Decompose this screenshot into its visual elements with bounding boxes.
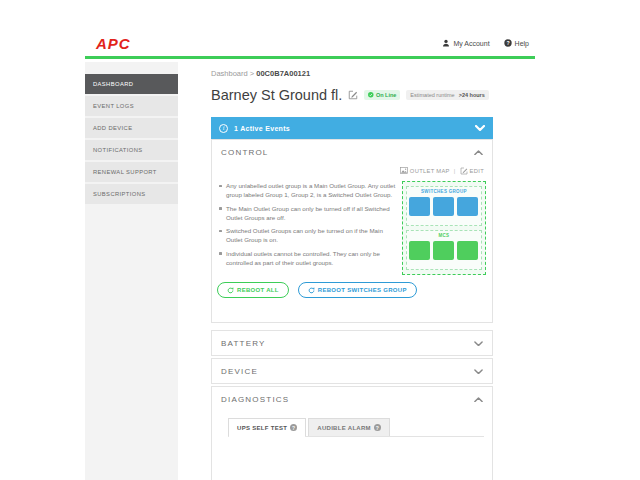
svg-text:?: ? <box>506 40 509 46</box>
diagnostics-tabs: UPS SELF TEST ? AUDIBLE ALARM ? <box>228 418 484 437</box>
battery-section-header[interactable]: BATTERY <box>212 331 492 356</box>
sidebar-item-dashboard[interactable]: DASHBOARD <box>85 74 178 94</box>
edit-title-button[interactable] <box>348 90 358 100</box>
tab-ups-self-test[interactable]: UPS SELF TEST ? <box>228 418 306 436</box>
header-actions: My Account ? Help <box>442 39 529 47</box>
chevron-down-icon[interactable] <box>474 341 483 347</box>
my-account-button[interactable]: My Account <box>442 39 489 47</box>
outlet <box>433 241 454 260</box>
refresh-icon <box>308 287 315 294</box>
breadcrumb-device-id: 00C0B7A00121 <box>256 69 310 78</box>
outlet-map-link[interactable]: OUTLET MAP <box>400 167 450 174</box>
chevron-up-icon[interactable] <box>474 397 483 403</box>
control-note: Any unlabelled outlet group is a Main Ou… <box>218 181 396 200</box>
outlet <box>457 241 478 260</box>
help-button[interactable]: ? Help <box>504 39 529 47</box>
tab-audible-alarm[interactable]: AUDIBLE ALARM ? <box>308 418 390 436</box>
diagnostics-section-title: DIAGNOSTICS <box>221 395 289 404</box>
outlet <box>433 197 454 216</box>
reboot-all-button[interactable]: REBOOT ALL <box>217 282 289 298</box>
help-label: Help <box>515 40 529 47</box>
outlet-map-link-label: OUTLET MAP <box>410 168 450 174</box>
page: APC My Account ? Help DASHBOARDEVENT LOG… <box>0 0 640 480</box>
user-icon <box>442 39 450 47</box>
battery-section-title: BATTERY <box>221 339 266 348</box>
control-section-header[interactable]: CONTROL <box>212 140 492 165</box>
status-label: On Line <box>376 92 396 98</box>
app-header: APC My Account ? Help <box>85 30 535 59</box>
help-icon: ? <box>504 39 512 47</box>
status-badge: On Line <box>364 90 400 100</box>
sidebar: DASHBOARDEVENT LOGSADD DEVICENOTIFICATIO… <box>85 62 178 480</box>
reboot-all-label: REBOOT ALL <box>237 287 279 293</box>
diagnostics-section: DIAGNOSTICS UPS SELF TEST ? AUDIBLE ALAR… <box>211 386 493 480</box>
help-circle-icon[interactable]: ? <box>374 424 381 431</box>
check-circle-icon <box>368 92 374 98</box>
apc-logo: APC <box>96 35 131 52</box>
control-section-title: CONTROL <box>221 148 269 157</box>
link-divider: | <box>454 168 456 174</box>
sidebar-item-subscriptions[interactable]: SUBSCRIPTIONS <box>85 184 178 204</box>
breadcrumb: Dashboard > 00C0B7A00121 <box>211 69 310 78</box>
outlet <box>409 197 430 216</box>
edit-outlet-link[interactable]: EDIT <box>460 167 484 175</box>
page-title: Barney St Ground fl. <box>211 87 342 103</box>
control-note: Individual outlets cannot be controlled.… <box>218 249 396 268</box>
control-notes-list: Any unlabelled outlet group is a Main Ou… <box>218 181 396 275</box>
device-section-title: DEVICE <box>221 367 258 376</box>
my-account-label: My Account <box>453 40 489 47</box>
outlet-map: SWITCHES GROUPMCS <box>402 181 486 275</box>
outlet-group-label: SWITCHES GROUP <box>407 189 481 194</box>
control-body: Any unlabelled outlet group is a Main Ou… <box>212 176 492 275</box>
pencil-square-icon <box>348 90 358 100</box>
help-circle-icon[interactable]: ? <box>290 424 297 431</box>
device-section: DEVICE <box>211 358 493 384</box>
runtime-value: >24 hours <box>459 92 485 98</box>
edit-link-label: EDIT <box>470 168 484 174</box>
active-events-text: 1 Active Events <box>234 125 290 132</box>
pencil-square-icon <box>460 167 468 175</box>
sidebar-items: DASHBOARDEVENT LOGSADD DEVICENOTIFICATIO… <box>85 74 178 204</box>
device-title-row: Barney St Ground fl. On Line Estimated r… <box>211 85 489 105</box>
outlet <box>457 197 478 216</box>
battery-section: BATTERY <box>211 330 493 356</box>
diagnostics-tab-content <box>212 437 492 477</box>
outlet-squares <box>407 241 481 260</box>
refresh-icon <box>227 287 234 294</box>
runtime-badge: Estimated runtime >24 hours <box>406 90 488 100</box>
device-section-header[interactable]: DEVICE <box>212 359 492 384</box>
outlet-group: SWITCHES GROUP <box>406 186 482 226</box>
control-buttons: REBOOT ALL REBOOT SWITCHES GROUP <box>212 275 492 298</box>
reboot-switches-group-button[interactable]: REBOOT SWITCHES GROUP <box>298 282 417 298</box>
control-note: The Main Outlet Group can only be turned… <box>218 204 396 223</box>
sidebar-item-add-device[interactable]: ADD DEVICE <box>85 118 178 138</box>
runtime-label: Estimated runtime <box>410 92 454 98</box>
chevron-down-icon[interactable] <box>475 125 485 131</box>
control-links: OUTLET MAP | EDIT <box>212 165 492 176</box>
breadcrumb-dashboard-link[interactable]: Dashboard <box>211 69 248 78</box>
sidebar-item-event-logs[interactable]: EVENT LOGS <box>85 96 178 116</box>
outlet-group: MCS <box>406 230 482 270</box>
control-section: CONTROL OUTLET MAP | EDIT Any unlabelled… <box>211 139 493 323</box>
tab-ups-self-test-label: UPS SELF TEST <box>237 425 287 431</box>
outlet-group-label: MCS <box>407 233 481 238</box>
outlet-squares <box>407 197 481 216</box>
info-icon: i <box>219 124 228 133</box>
chevron-up-icon[interactable] <box>474 150 483 156</box>
diagnostics-section-header[interactable]: DIAGNOSTICS <box>212 387 492 412</box>
sidebar-item-notifications[interactable]: NOTIFICATIONS <box>85 140 178 160</box>
control-note: Switched Outlet Groups can only be turne… <box>218 226 396 245</box>
breadcrumb-separator: > <box>250 69 254 78</box>
reboot-switches-group-label: REBOOT SWITCHES GROUP <box>318 287 407 293</box>
tab-audible-alarm-label: AUDIBLE ALARM <box>317 425 371 431</box>
sidebar-item-renewal-support[interactable]: RENEWAL SUPPORT <box>85 162 178 182</box>
outlet <box>409 241 430 260</box>
active-events-banner[interactable]: i 1 Active Events <box>211 117 493 139</box>
chevron-down-icon[interactable] <box>474 369 483 375</box>
image-icon <box>400 167 408 174</box>
